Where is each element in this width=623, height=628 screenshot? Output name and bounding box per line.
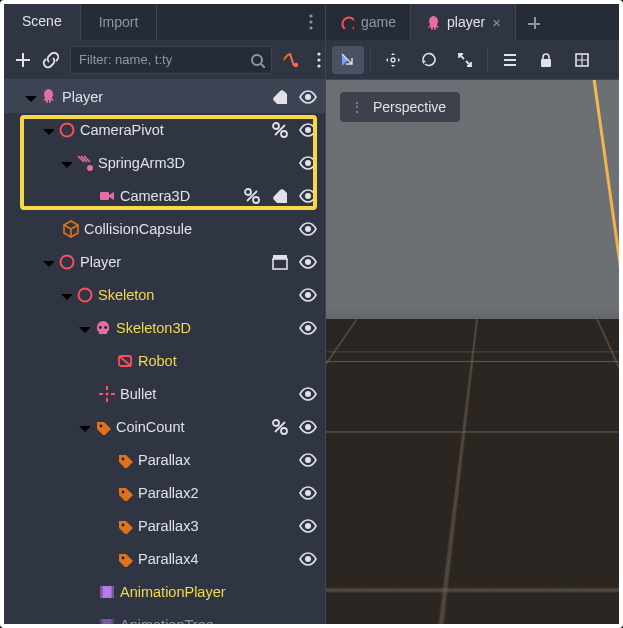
editor-tab-game[interactable]: game [326, 4, 411, 40]
node3d-icon [58, 253, 76, 271]
node-robot[interactable]: Robot [4, 344, 325, 377]
node-player-root[interactable]: Player [4, 80, 325, 113]
label-icon [116, 517, 134, 535]
node3d-icon [340, 15, 354, 29]
visibility-icon[interactable] [299, 187, 317, 205]
tab-more-button[interactable] [297, 4, 325, 40]
node-label: Parallax4 [138, 551, 198, 567]
node-camera-pivot[interactable]: CameraPivot [4, 113, 325, 146]
rotate-mode-button[interactable] [413, 46, 445, 74]
node-camera3d[interactable]: Camera3D [4, 179, 325, 212]
visibility-icon[interactable] [299, 220, 317, 238]
select-mode-button[interactable] [332, 46, 364, 74]
list-select-button[interactable] [494, 46, 526, 74]
view-mode-button[interactable]: ⋮ Perspective [340, 92, 460, 122]
tab-import[interactable]: Import [81, 4, 158, 40]
visibility-icon[interactable] [299, 418, 317, 436]
gizmo-line [593, 80, 619, 341]
node-label: CameraPivot [80, 122, 164, 138]
character-icon [40, 88, 58, 106]
unique-name-icon[interactable] [243, 187, 261, 205]
node-animationplayer[interactable]: AnimationPlayer [4, 575, 325, 608]
script-icon[interactable] [271, 187, 289, 205]
visibility-icon[interactable] [299, 451, 317, 469]
node-animationtree[interactable]: AnimationTree [4, 608, 325, 624]
add-node-button[interactable] [14, 48, 32, 72]
unique-name-icon[interactable] [271, 121, 289, 139]
node-label: Camera3D [120, 188, 190, 204]
scene-tree-scroll[interactable]: Player CameraPivot [4, 80, 325, 624]
editor-tab-player[interactable]: player × [411, 4, 516, 40]
caret-icon[interactable] [58, 156, 72, 170]
visibility-icon[interactable] [299, 154, 317, 172]
node-label: AnimationTree [120, 617, 214, 625]
springarm-icon [76, 154, 94, 172]
tab-scene[interactable]: Scene [4, 4, 81, 40]
node-skeleton3d[interactable]: Skeleton3D [4, 311, 325, 344]
editor-tabs: game player × [326, 4, 619, 40]
mesh-placeholder-icon [116, 352, 134, 370]
animationtree-icon [98, 616, 116, 625]
node-parallax[interactable]: Parallax [4, 443, 325, 476]
view-mode-label: Perspective [373, 99, 446, 115]
scene-panel: Scene Import Pla [4, 4, 326, 624]
snap-button[interactable] [566, 46, 598, 74]
node-label: Parallax2 [138, 485, 198, 501]
node-label: Player [80, 254, 121, 270]
node-parallax4[interactable]: Parallax4 [4, 542, 325, 575]
visibility-icon[interactable] [299, 385, 317, 403]
close-icon[interactable]: × [492, 14, 501, 31]
viewport-panel: game player × ⋮ Pe [326, 4, 619, 624]
node-bullet[interactable]: Bullet [4, 377, 325, 410]
label-icon [116, 550, 134, 568]
visibility-icon[interactable] [299, 550, 317, 568]
node-collision-capsule[interactable]: CollisionCapsule [4, 212, 325, 245]
viewport-toolbar [326, 40, 619, 80]
tab-scene-label: Scene [22, 13, 62, 29]
character-icon [425, 15, 440, 30]
visibility-icon[interactable] [299, 253, 317, 271]
grid-plane [326, 319, 619, 624]
filter-input[interactable] [77, 51, 249, 68]
camera-icon [98, 187, 116, 205]
node-coincount[interactable]: CoinCount [4, 410, 325, 443]
remote-scene-button[interactable] [282, 48, 300, 72]
visibility-icon[interactable] [299, 121, 317, 139]
unique-name-icon[interactable] [271, 418, 289, 436]
viewport-3d[interactable]: ⋮ Perspective [326, 80, 619, 624]
node-label: Parallax3 [138, 518, 198, 534]
dots-icon: ⋮ [350, 99, 365, 115]
node-label: AnimationPlayer [120, 584, 226, 600]
visibility-icon[interactable] [299, 88, 317, 106]
editor-tab-add[interactable] [516, 4, 550, 40]
visibility-icon[interactable] [299, 517, 317, 535]
caret-icon[interactable] [22, 90, 36, 104]
node-label: Bullet [120, 386, 156, 402]
visibility-icon[interactable] [299, 484, 317, 502]
node-label: CoinCount [116, 419, 185, 435]
animationplayer-icon [98, 583, 116, 601]
caret-icon[interactable] [58, 288, 72, 302]
node-parallax3[interactable]: Parallax3 [4, 509, 325, 542]
caret-icon[interactable] [40, 255, 54, 269]
node-player[interactable]: Player [4, 245, 325, 278]
caret-icon[interactable] [76, 321, 90, 335]
scale-mode-button[interactable] [449, 46, 481, 74]
caret-icon[interactable] [40, 123, 54, 137]
node-parallax2[interactable]: Parallax2 [4, 476, 325, 509]
script-icon[interactable] [271, 88, 289, 106]
move-mode-button[interactable] [377, 46, 409, 74]
instance-scene-button[interactable] [42, 48, 60, 72]
node-label: SpringArm3D [98, 155, 185, 171]
scene-instance-icon[interactable] [271, 253, 289, 271]
scene-toolbar [4, 40, 325, 80]
filter-field[interactable] [70, 46, 272, 74]
lock-button[interactable] [530, 46, 562, 74]
node-skeleton[interactable]: Skeleton [4, 278, 325, 311]
node-label: CollisionCapsule [84, 221, 192, 237]
visibility-icon[interactable] [299, 319, 317, 337]
node-spring-arm[interactable]: SpringArm3D [4, 146, 325, 179]
node3d-icon [76, 286, 94, 304]
visibility-icon[interactable] [299, 286, 317, 304]
caret-icon[interactable] [76, 420, 90, 434]
